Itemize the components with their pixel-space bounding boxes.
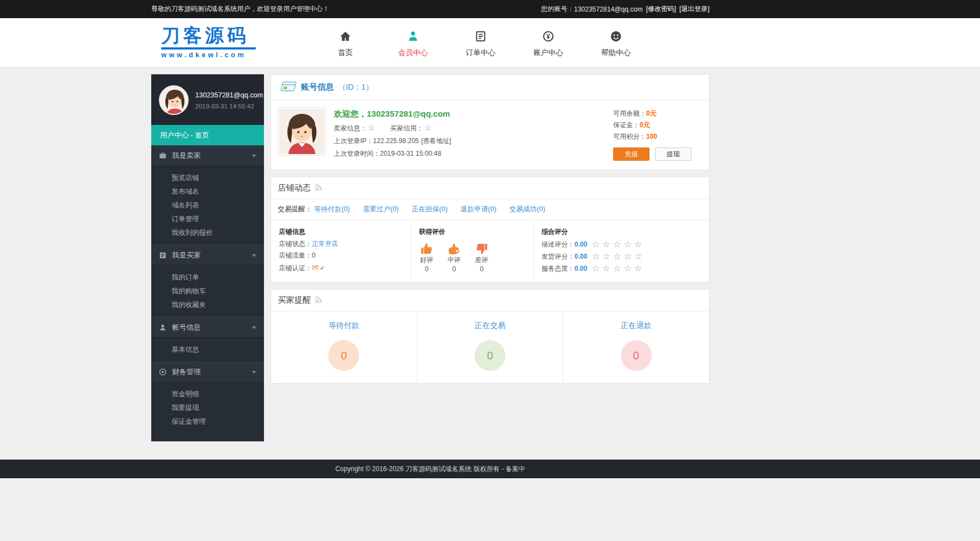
rating-label: 差评	[475, 255, 488, 265]
footer: Copyright © 2016-2026 刀客源码测试域名系统 版权所有 - …	[0, 460, 980, 478]
nav-label: 帮助中心	[601, 48, 631, 58]
sidebar-item-withdraw[interactable]: 我要提现	[151, 401, 264, 415]
withdraw-button[interactable]: 提现	[655, 147, 691, 161]
sidebar-item-received-offers[interactable]: 我收到的报价	[151, 226, 264, 240]
sidebar-section-buyer[interactable]: 我是买家	[151, 245, 264, 266]
section-title: 我是买家	[172, 250, 201, 260]
rating-column: 获得评价 好评 0	[411, 220, 534, 282]
awaiting-payment-column: 等待付款 0	[271, 312, 417, 383]
describe-score-row: 描述评分：0.00☆☆☆☆☆	[542, 238, 701, 250]
in-escrow-link[interactable]: 正在担保(0)	[412, 205, 448, 213]
account-label: 您的账号：	[541, 4, 574, 14]
user-avatar-large	[278, 107, 326, 156]
sidebar-item-my-orders[interactable]: 我的订单	[151, 271, 264, 285]
rating-count: 0	[425, 265, 428, 274]
trading-link[interactable]: 正在交易	[475, 321, 505, 331]
sidebar-section-finance[interactable]: 财务管理	[151, 362, 264, 382]
home-icon	[339, 30, 351, 43]
shop-info-title: 店铺信息	[279, 226, 403, 238]
buyer-reminder-header: 买家提醒	[271, 289, 709, 312]
rating-label: 中评	[448, 255, 461, 265]
points-value: 100	[646, 133, 657, 140]
refunding-link[interactable]: 正在退款	[621, 321, 652, 331]
trading-count: 0	[475, 340, 505, 371]
change-password-link[interactable]: [修改密码]	[646, 4, 676, 14]
score-title: 综合评分	[542, 226, 701, 238]
section-title: 我是卖家	[172, 151, 201, 161]
shop-status-link[interactable]: 正常开店	[312, 240, 338, 248]
trading-column: 正在交易 0	[417, 312, 564, 383]
person-icon	[159, 324, 167, 331]
points-row: 可用积分：100	[613, 131, 701, 143]
sidebar-item-preview-shop[interactable]: 预览店铺	[151, 171, 264, 185]
shop-traffic-value: 0	[312, 252, 316, 259]
shop-traffic-row: 店铺流量：0	[279, 250, 403, 261]
logo[interactable]: 刀客源码 www.dkewl.com	[161, 26, 256, 59]
sidebar-item-deposit-management[interactable]: 保证金管理	[151, 415, 264, 429]
sidebar-item-publish-domain[interactable]: 发布域名	[151, 185, 264, 199]
last-time-value: 2019-03-31 15:00:48	[380, 150, 441, 157]
chevron-down-icon	[252, 371, 256, 374]
deposit-value: 0元	[640, 121, 650, 129]
nav-item-order-center[interactable]: 订单中心	[456, 28, 505, 58]
credit-row: 卖家信息：☆买家信用：☆	[334, 122, 451, 135]
sidebar-item-my-cart[interactable]: 我的购物车	[151, 285, 264, 298]
main-nav: 首页 会员中心 订单中心 账户中心	[321, 28, 641, 58]
buyer-items: 我的订单 我的购物车 我的收藏夹	[151, 266, 264, 317]
account-email: 13023572814@qq.com	[574, 6, 643, 13]
trade-success-link[interactable]: 交易成功(0)	[509, 205, 545, 213]
sidebar-profile: 1302357281@qq.com 2019-03-31 14:55:42	[151, 74, 264, 125]
shop-traffic-label: 店铺流量：	[279, 252, 312, 259]
awaiting-payment-count: 0	[328, 340, 359, 371]
profile-login-time: 2019-03-31 14:55:42	[195, 103, 263, 110]
envelope-icon: ✉	[312, 263, 319, 272]
nav-item-member-center[interactable]: 会员中心	[388, 28, 438, 58]
shop-status-label: 店铺状态：	[279, 240, 312, 248]
nav-item-home[interactable]: 首页	[321, 28, 370, 58]
trade-reminder-row: 交易提醒： 等待付款(0) 需要过户(0) 正在担保(0) 退款申请(0) 交易…	[271, 199, 709, 220]
sidebar-item-user-center-home[interactable]: 用户中心 - 首页	[151, 125, 264, 145]
awaiting-payment-link[interactable]: 等待付款(0)	[314, 205, 350, 213]
deposit-row: 保证金：0元	[613, 119, 701, 131]
shop-cert-row: 店铺认证：✉✔	[279, 261, 403, 274]
thumbs-down-icon	[475, 241, 488, 255]
seller-items: 预览店铺 发布域名 域名列表 订单管理 我收到的报价	[151, 166, 264, 245]
section-title: 财务管理	[172, 367, 201, 377]
bad-rating: 差评 0	[475, 241, 488, 274]
sidebar-item-domain-list[interactable]: 域名列表	[151, 199, 264, 212]
rss-icon	[315, 183, 323, 193]
star-rating-icons: ☆☆☆☆☆	[592, 264, 645, 273]
view-address-link[interactable]: [查看地址]	[421, 137, 452, 145]
sidebar: 1302357281@qq.com 2019-03-31 14:55:42 用户…	[151, 74, 264, 441]
balance-row: 可用余额：0元	[613, 108, 701, 119]
nav-label: 首页	[338, 48, 353, 58]
sidebar-section-seller[interactable]: 我是卖家	[151, 145, 264, 166]
nav-item-account-center[interactable]: 账户中心	[524, 28, 573, 58]
refund-request-link[interactable]: 退款申请(0)	[460, 205, 496, 213]
account-info-body: 欢迎您，1302357281@qq.com 卖家信息：☆买家信用：☆ 上次登录I…	[271, 100, 709, 170]
sidebar-item-fund-details[interactable]: 资金明细	[151, 387, 264, 401]
sidebar-section-account[interactable]: 帐号信息	[151, 317, 264, 338]
nav-item-help-center[interactable]: 帮助中心	[591, 28, 641, 58]
need-transfer-link[interactable]: 需要过户(0)	[363, 205, 399, 213]
account-items: 基本信息	[151, 338, 264, 362]
logout-link[interactable]: [退出登录]	[679, 4, 709, 14]
sidebar-item-order-management[interactable]: 订单管理	[151, 212, 264, 226]
awaiting-payment-link[interactable]: 等待付款	[328, 321, 359, 331]
sidebar-item-my-favorites[interactable]: 我的收藏夹	[151, 298, 264, 312]
nav-label: 账户中心	[533, 48, 563, 58]
help-smiley-icon	[610, 30, 622, 43]
rating-label: 好评	[420, 255, 433, 265]
profile-email: 1302357281@qq.com	[195, 91, 263, 99]
recharge-button[interactable]: 充值	[613, 147, 649, 161]
shop-info-column: 店铺信息 店铺状态：正常开店 店铺流量：0 店铺认证：✉✔	[271, 220, 411, 282]
deposit-label: 保证金：	[613, 121, 640, 129]
rating-count: 0	[480, 265, 483, 274]
sidebar-item-basic-info[interactable]: 基本信息	[151, 343, 264, 357]
shipping-score-row: 发货评分：0.00☆☆☆☆☆	[542, 250, 701, 263]
last-time-label: 上次登录时间：	[334, 150, 380, 157]
welcome-message: 尊敬的刀客源码测试域名系统用户，欢迎登录用户管理中心！	[151, 4, 329, 14]
points-label: 可用积分：	[613, 133, 646, 140]
panel-title: 店铺动态	[278, 183, 311, 193]
thumbs-up-icon	[420, 241, 433, 255]
